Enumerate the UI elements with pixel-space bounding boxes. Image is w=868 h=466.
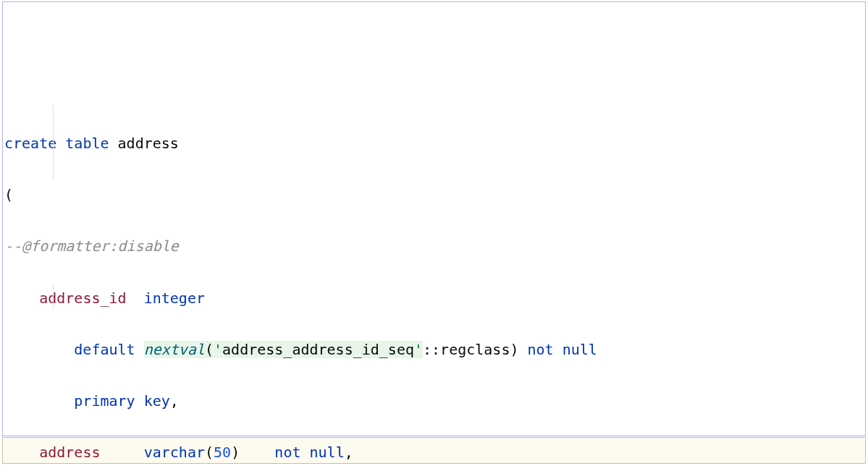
string-value: address_address_id_seq: [222, 341, 414, 358]
type-integer: integer: [144, 289, 205, 307]
cast-regclass: ::regclass): [423, 341, 518, 358]
string-quote: ': [214, 341, 222, 358]
keyword-create: create: [4, 135, 56, 152]
code-line: (: [4, 182, 864, 208]
keyword-default: default: [74, 341, 135, 358]
column-name: address: [39, 444, 100, 461]
indent-guide: [53, 284, 54, 310]
type-varchar: varchar: [144, 444, 205, 461]
code-line: primary key,: [4, 389, 864, 415]
code-line: address_id integer: [4, 286, 864, 312]
string-quote: ': [414, 341, 423, 358]
keyword-primary: primary: [74, 392, 135, 410]
code-line: address varchar(50) not null,: [4, 440, 864, 466]
comma: ,: [345, 444, 353, 461]
table-name: address: [118, 135, 179, 152]
selection-box-1: [2, 1, 866, 436]
code-line: --@formatter:disable: [4, 234, 864, 260]
keyword-null: null: [310, 444, 345, 461]
paren: (: [205, 341, 214, 358]
number: 50: [214, 444, 231, 461]
func-nextval: nextval: [144, 341, 205, 358]
code-line: default nextval('address_address_id_seq'…: [4, 337, 864, 363]
paren: (: [205, 444, 214, 461]
keyword-key: key: [144, 392, 170, 410]
keyword-not: not: [528, 341, 554, 358]
formatter-comment: --@formatter:disable: [4, 237, 179, 255]
paren: ): [231, 444, 240, 461]
comma: ,: [170, 392, 179, 410]
code-line: create table address: [4, 131, 864, 157]
keyword-not: not: [274, 444, 300, 461]
code-editor[interactable]: create table address ( --@formatter:disa…: [0, 0, 868, 466]
paren-open: (: [4, 186, 13, 203]
keyword-table: table: [65, 135, 109, 152]
keyword-null: null: [562, 341, 597, 358]
indent-guide: [53, 105, 54, 181]
